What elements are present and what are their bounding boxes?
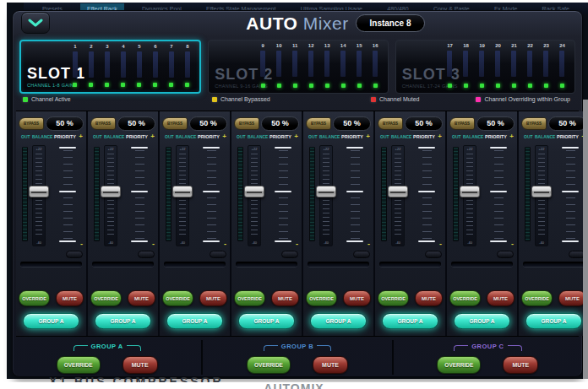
group-override-button[interactable]: OVERRIDE — [57, 356, 101, 374]
balance-fader-track[interactable]: +22 -40 — [176, 145, 189, 246]
priority-scale[interactable]: - — [562, 145, 584, 246]
channel-gain-bar — [324, 51, 329, 77]
balance-fader-track[interactable]: +22 -40 — [104, 145, 117, 246]
override-button[interactable]: OVERRIDE — [521, 290, 553, 306]
mute-button[interactable]: MUTE — [487, 290, 514, 306]
group-assign-button[interactable]: GROUP A — [238, 313, 294, 329]
balance-fader-track[interactable]: +22 -40 — [32, 145, 46, 246]
override-button[interactable]: OVERRIDE — [306, 290, 337, 306]
gain-value-display[interactable]: 50 % — [46, 116, 84, 131]
override-button[interactable]: OVERRIDE — [19, 290, 50, 306]
group-assign-button[interactable]: GROUP A — [23, 313, 79, 329]
balance-fader-knob[interactable] — [244, 186, 264, 197]
bypass-button[interactable]: BYPASS — [378, 117, 403, 130]
group-assign-button[interactable]: GROUP A — [454, 313, 509, 329]
gain-value-display[interactable]: 50 % — [117, 116, 155, 131]
instance-selector[interactable]: Instance 8 — [356, 14, 425, 32]
balance-fader-knob[interactable] — [531, 186, 552, 197]
priority-bottom-mark — [131, 240, 148, 242]
balance-fader-track[interactable]: +22 -40 — [391, 145, 405, 246]
mute-button[interactable]: MUTE — [343, 290, 371, 306]
balance-fader-knob[interactable] — [316, 186, 336, 197]
bypass-button[interactable]: BYPASS — [234, 117, 259, 130]
group-mute-button[interactable]: MUTE — [122, 356, 158, 374]
balance-fader-knob[interactable] — [460, 186, 480, 197]
gain-value-display[interactable]: 50 % — [189, 116, 227, 131]
group-override-button[interactable]: OVERRIDE — [437, 356, 481, 374]
scale-top-label: +22 — [33, 147, 45, 151]
override-button[interactable]: OVERRIDE — [378, 290, 409, 306]
priority-scale[interactable]: - — [203, 145, 225, 246]
mute-button[interactable]: MUTE — [56, 290, 84, 306]
mute-button[interactable]: MUTE — [271, 290, 299, 306]
priority-scale[interactable]: - — [275, 145, 297, 246]
channel-indicator: 14 — [335, 43, 351, 89]
mute-button[interactable]: MUTE — [415, 290, 443, 306]
group-assign-button[interactable]: GROUP A — [525, 313, 581, 329]
priority-mid-mark — [346, 191, 363, 192]
group-assign-button[interactable]: GROUP A — [166, 313, 222, 329]
balance-fader-knob[interactable] — [101, 186, 121, 197]
strip-collapse-button[interactable] — [210, 251, 226, 258]
strip-collapse-button[interactable] — [66, 251, 83, 258]
balance-fader-knob[interactable] — [29, 186, 49, 197]
priority-scale[interactable]: - — [346, 145, 368, 246]
mute-button[interactable]: MUTE — [199, 290, 227, 306]
balance-fader-track[interactable]: +22 -40 — [535, 145, 548, 246]
bypass-button[interactable]: BYPASS — [521, 117, 547, 130]
balance-label: BALANCE — [32, 134, 52, 139]
channel-number: 8 — [186, 44, 188, 51]
channel-number: 15 — [357, 43, 362, 50]
balance-fader-track[interactable]: +22 -40 — [463, 145, 476, 246]
bypass-button[interactable]: BYPASS — [90, 117, 116, 130]
group-assign-button[interactable]: GROUP A — [95, 313, 150, 329]
bypass-button[interactable]: BYPASS — [449, 117, 475, 130]
scale-top-label: +22 — [105, 147, 117, 151]
strip-collapse-button[interactable] — [138, 251, 155, 258]
balance-fader-knob[interactable] — [388, 186, 408, 197]
out-label: OUT — [237, 134, 246, 139]
mute-button[interactable]: MUTE — [128, 290, 155, 306]
priority-scale[interactable]: - — [418, 145, 440, 246]
gain-value-display[interactable]: 50 % — [405, 116, 443, 131]
priority-scale[interactable]: - — [490, 145, 512, 246]
gain-value-display[interactable]: 50 % — [333, 116, 371, 131]
priority-mid-mark — [59, 191, 76, 192]
bypass-button[interactable]: BYPASS — [306, 117, 331, 130]
priority-scale[interactable]: - — [131, 145, 153, 246]
override-button[interactable]: OVERRIDE — [162, 290, 193, 306]
bypass-button[interactable]: BYPASS — [19, 117, 44, 130]
group-assign-button[interactable]: GROUP A — [310, 313, 366, 329]
strip-collapse-button[interactable] — [353, 251, 370, 258]
priority-plus-mark: + — [79, 132, 83, 140]
group-mute-button[interactable]: MUTE — [503, 356, 538, 374]
override-button[interactable]: OVERRIDE — [449, 290, 481, 306]
group-header: GROUP C — [454, 343, 521, 354]
strip-collapse-button[interactable] — [281, 251, 298, 258]
gain-value-display[interactable]: 50 % — [548, 116, 586, 131]
scale-bottom-label: -40 — [464, 240, 476, 245]
gain-value-display[interactable]: 50 % — [261, 116, 299, 131]
slot-panel[interactable]: SLOT 2 CHANNEL 9-16 GAINS 9 10 11 12 13 … — [208, 40, 388, 94]
strip-divider — [308, 262, 369, 267]
group-assign-button[interactable]: GROUP A — [382, 313, 438, 329]
channel-active-led — [496, 84, 500, 88]
title-bar: AUTO Mixer Instance 8 — [13, 11, 582, 38]
strip-collapse-button[interactable] — [497, 251, 514, 258]
slot-channel-indicators: 9 10 11 12 13 14 15 16 — [255, 43, 384, 89]
bypass-button[interactable]: BYPASS — [162, 117, 188, 130]
strip-collapse-button[interactable] — [425, 251, 442, 258]
priority-scale[interactable]: - — [59, 145, 81, 246]
group-mute-button[interactable]: MUTE — [313, 356, 348, 374]
override-button[interactable]: OVERRIDE — [234, 290, 265, 306]
slot-panel[interactable]: SLOT 1 CHANNEL 1-8 GAINS 1 2 3 4 5 6 7 — [19, 40, 201, 94]
balance-fader-track[interactable]: +22 -40 — [248, 145, 261, 246]
balance-fader-knob[interactable] — [172, 186, 193, 197]
channel-strip: BYPASS 50 % OUT BALANCE PRIORITY + +22 -… — [447, 111, 517, 336]
slot-panel[interactable]: SLOT 3 CHANNEL 17-24 GAINS 17 18 19 20 2… — [395, 40, 575, 94]
gain-value-display[interactable]: 50 % — [476, 116, 514, 131]
scale-bottom-label: -40 — [536, 240, 547, 245]
balance-fader-track[interactable]: +22 -40 — [319, 145, 333, 246]
group-override-button[interactable]: OVERRIDE — [247, 356, 291, 374]
override-button[interactable]: OVERRIDE — [90, 290, 122, 306]
